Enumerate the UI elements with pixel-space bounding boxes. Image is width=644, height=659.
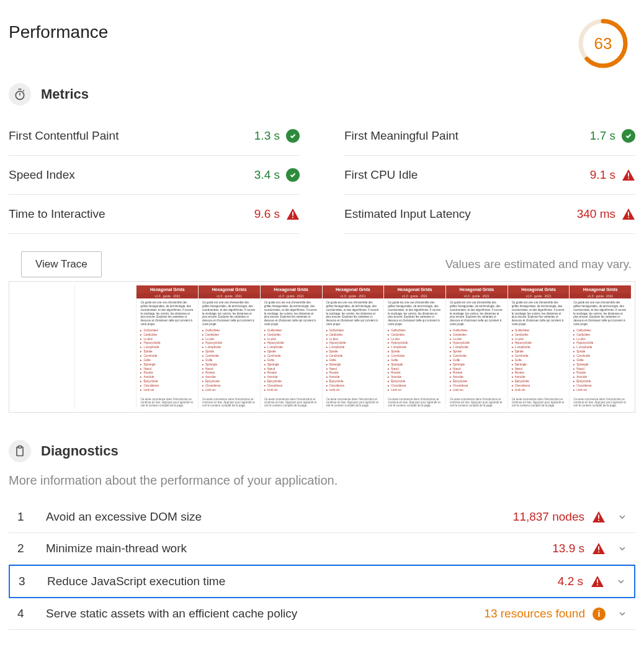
diagnostics-header: Diagnostics	[9, 440, 635, 462]
filmstrip-frame: Hexagonal Gridsv1.0 · guide · 2021Ce gui…	[322, 285, 384, 408]
filmstrip-frame: Hexagonal Gridsv1.0 · guide · 2021Ce gui…	[136, 285, 198, 408]
diagnostic-number: 4	[17, 607, 37, 621]
frame-title: Hexagonal Grids	[570, 285, 631, 294]
filmstrip-frame: Hexagonal Gridsv1.0 · guide · 2021Ce gui…	[445, 285, 508, 408]
metrics-header: Metrics	[9, 83, 635, 105]
diagnostic-label: Reduce JavaScript execution time	[47, 575, 549, 588]
frame-title: Hexagonal Grids	[384, 285, 445, 294]
performance-score-gauge: 63	[577, 17, 629, 69]
metric-value: 9.1 s	[590, 168, 615, 182]
metric-row: First Meaningful Paint1.7 s	[344, 117, 635, 156]
metric-row: First Contentful Paint1.3 s	[9, 117, 300, 156]
svg-rect-12	[598, 520, 599, 521]
estimation-note: Values are estimated and may vary.	[445, 258, 632, 271]
alert-triangle-icon	[622, 208, 635, 220]
svg-rect-10	[19, 446, 22, 448]
filmstrip-frame	[74, 285, 136, 408]
diagnostic-label: Minimize main-thread work	[46, 542, 543, 555]
diagnostic-label: Avoid an excessive DOM size	[46, 510, 504, 524]
diagnostic-number: 3	[19, 575, 38, 588]
clipboard-icon	[9, 440, 31, 462]
diagnostic-number: 2	[17, 542, 37, 555]
chevron-down-icon[interactable]	[614, 512, 630, 522]
frame-title: Hexagonal Grids	[199, 285, 260, 294]
svg-rect-16	[597, 585, 598, 586]
filmstrip-frame	[13, 285, 74, 408]
chevron-down-icon[interactable]	[614, 609, 630, 619]
svg-rect-6	[292, 217, 293, 218]
checkmark-icon	[622, 129, 635, 143]
metric-label: Estimated Input Latency	[344, 207, 471, 221]
filmstrip-frame: Hexagonal Gridsv1.0 · guide · 2021Ce gui…	[260, 285, 322, 408]
diagnostics-title: Diagnostics	[41, 443, 119, 459]
metric-row: Estimated Input Latency340 ms	[344, 195, 635, 234]
diagnostic-value: 13.9 s	[552, 542, 584, 555]
diagnostic-label: Serve static assets with an efficient ca…	[46, 607, 475, 621]
svg-rect-4	[628, 178, 629, 179]
alert-triangle-icon	[592, 511, 606, 523]
metric-value: 3.4 s	[254, 168, 280, 182]
alert-triangle-icon	[591, 575, 604, 588]
frame-title: Hexagonal Grids	[446, 285, 508, 294]
metric-label: Speed Index	[9, 168, 75, 182]
page-title: Performance	[9, 22, 108, 42]
metric-row: First CPU Idle9.1 s	[344, 156, 635, 195]
filmstrip-frame: Hexagonal Gridsv1.0 · guide · 2021Ce gui…	[569, 285, 631, 408]
svg-rect-3	[628, 173, 629, 176]
metric-value: 9.6 s	[254, 207, 280, 221]
frame-title: Hexagonal Grids	[508, 285, 570, 294]
metric-row: Time to Interactive9.6 s	[9, 195, 300, 234]
checkmark-icon	[286, 168, 300, 182]
svg-rect-7	[628, 212, 629, 215]
metric-label: First Meaningful Paint	[344, 129, 458, 143]
svg-rect-15	[597, 579, 598, 583]
chevron-down-icon[interactable]	[613, 576, 629, 586]
info-icon: i	[593, 607, 606, 621]
diagnostic-row[interactable]: 3Reduce JavaScript execution time4.2 s	[9, 565, 635, 598]
alert-triangle-icon	[286, 208, 300, 220]
diagnostic-row[interactable]: 2Minimize main-thread work13.9 s	[9, 533, 635, 565]
svg-rect-8	[628, 217, 629, 218]
alert-triangle-icon	[592, 542, 606, 555]
frame-title: Hexagonal Grids	[136, 285, 198, 294]
diagnostic-row[interactable]: 1Avoid an excessive DOM size11,837 nodes	[9, 501, 635, 533]
performance-score-value: 63	[577, 17, 629, 69]
metric-row: Speed Index3.4 s	[9, 156, 300, 195]
filmstrip-frame: Hexagonal Gridsv1.0 · guide · 2021Ce gui…	[383, 285, 445, 408]
checkmark-icon	[286, 129, 300, 143]
diagnostic-row[interactable]: 4Serve static assets with an efficient c…	[9, 598, 635, 630]
metric-value: 1.3 s	[254, 129, 280, 143]
metric-value: 340 ms	[577, 207, 615, 221]
metrics-title: Metrics	[41, 86, 89, 102]
diagnostics-description: More information about the performance o…	[9, 473, 635, 488]
stopwatch-icon	[9, 83, 31, 105]
view-trace-button[interactable]: View Trace	[21, 251, 102, 277]
filmstrip-frame: Hexagonal Gridsv1.0 · guide · 2021Ce gui…	[198, 285, 260, 408]
chevron-down-icon[interactable]	[614, 544, 630, 554]
svg-rect-13	[598, 546, 599, 550]
metric-value: 1.7 s	[590, 129, 615, 143]
metric-label: Time to Interactive	[9, 207, 105, 221]
diagnostic-value: 11,837 nodes	[513, 510, 584, 524]
metric-label: First CPU Idle	[344, 168, 418, 182]
frame-title: Hexagonal Grids	[323, 285, 384, 294]
frame-title: Hexagonal Grids	[261, 285, 322, 294]
diagnostic-number: 1	[17, 510, 37, 524]
alert-triangle-icon	[622, 169, 635, 181]
screenshot-filmstrip: Hexagonal Gridsv1.0 · guide · 2021Ce gui…	[9, 281, 635, 413]
diagnostic-value: 13 resources found	[484, 607, 585, 621]
svg-rect-14	[598, 552, 599, 553]
metric-label: First Contentful Paint	[9, 129, 119, 143]
diagnostic-value: 4.2 s	[558, 575, 583, 588]
svg-rect-11	[598, 514, 599, 518]
svg-rect-5	[292, 212, 293, 215]
filmstrip-frame: Hexagonal Gridsv1.0 · guide · 2021Ce gui…	[508, 285, 570, 408]
